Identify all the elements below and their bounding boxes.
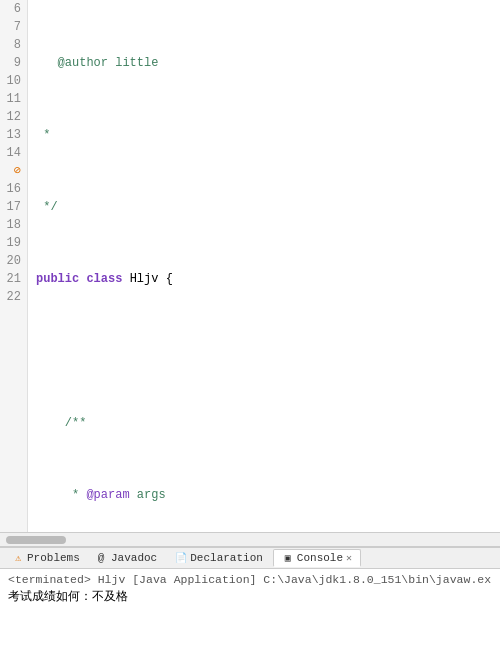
declaration-icon: 📄 xyxy=(175,552,187,564)
tab-console-label: Console xyxy=(297,552,343,564)
line-num-16: 16 xyxy=(4,180,21,198)
line-num-6: 6 xyxy=(4,0,21,18)
tab-console[interactable]: ▣ Console ✕ xyxy=(273,549,361,567)
code-line-6: @author little xyxy=(36,54,500,72)
console-area: <terminated> Hljv [Java Application] C:\… xyxy=(0,569,500,649)
code-line-9: public class Hljv { xyxy=(36,270,500,288)
line-num-12: 12 xyxy=(4,108,21,126)
code-line-11: /** xyxy=(36,414,500,432)
line-num-15: ⊘ xyxy=(4,162,21,180)
line-num-7: 7 xyxy=(4,18,21,36)
code-line-8: */ xyxy=(36,198,500,216)
tab-javadoc-label: @ Javadoc xyxy=(98,552,157,564)
console-terminated-text: <terminated> Hljv [Java Application] C:\… xyxy=(8,573,492,586)
line-num-8: 8 xyxy=(4,36,21,54)
code-line-7: * xyxy=(36,126,500,144)
bottom-tab-bar: ⚠ Problems @ Javadoc 📄 Declaration ▣ Con… xyxy=(0,547,500,569)
tab-declaration[interactable]: 📄 Declaration xyxy=(167,549,271,567)
code-line-10 xyxy=(36,342,500,360)
scroll-thumb[interactable] xyxy=(6,536,66,544)
code-line-12: * @param args xyxy=(36,486,500,504)
console-output-text: 考试成绩如何：不及格 xyxy=(8,588,492,605)
code-container: 6 7 8 9 10 11 12 13 14 ⊘ 16 17 18 19 20 … xyxy=(0,0,500,532)
line-num-14: 14 xyxy=(4,144,21,162)
line-num-11: 11 xyxy=(4,90,21,108)
line-numbers: 6 7 8 9 10 11 12 13 14 ⊘ 16 17 18 19 20 … xyxy=(0,0,28,532)
tab-problems-label: Problems xyxy=(27,552,80,564)
line-num-20: 20 xyxy=(4,252,21,270)
console-icon: ▣ xyxy=(282,552,294,564)
console-close-icon[interactable]: ✕ xyxy=(346,552,352,564)
tab-javadoc[interactable]: @ Javadoc xyxy=(90,549,165,567)
horizontal-scrollbar[interactable] xyxy=(0,532,500,546)
line-num-19: 19 xyxy=(4,234,21,252)
line-num-9: 9 xyxy=(4,54,21,72)
line-num-10: 10 xyxy=(4,72,21,90)
tab-problems[interactable]: ⚠ Problems xyxy=(4,549,88,567)
code-content[interactable]: @author little * */ public class Hljv { … xyxy=(28,0,500,532)
line-num-13: 13 xyxy=(4,126,21,144)
problems-icon: ⚠ xyxy=(12,552,24,564)
line-num-18: 18 xyxy=(4,216,21,234)
line-num-17: 17 xyxy=(4,198,21,216)
line-num-22: 22 xyxy=(4,288,21,306)
tab-declaration-label: Declaration xyxy=(190,552,263,564)
editor-area: 6 7 8 9 10 11 12 13 14 ⊘ 16 17 18 19 20 … xyxy=(0,0,500,547)
line-num-21: 21 xyxy=(4,270,21,288)
